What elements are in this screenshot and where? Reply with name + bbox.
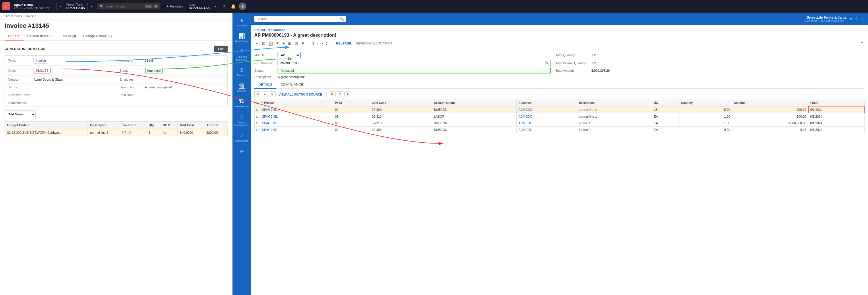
- project-link[interactable]: SPACENE...: [262, 115, 280, 118]
- tab-change-history[interactable]: Change History (1): [80, 32, 115, 41]
- tab-details[interactable]: DETAILS: [254, 81, 276, 89]
- construction-icon: 🏗: [239, 98, 244, 104]
- cell-quantity: 1.00: [679, 120, 732, 127]
- project-tools-value: Direct Costs: [66, 6, 85, 10]
- expand-btn[interactable]: ⊞: [329, 91, 336, 97]
- project-transactions-link[interactable]: Project Transactions: [254, 28, 285, 32]
- right-help-icon[interactable]: ?: [855, 17, 857, 21]
- refresh-btn[interactable]: ↻: [254, 91, 261, 97]
- search-bar[interactable]: 🔍 Cmd K: [97, 3, 160, 9]
- customer-link[interactable]: ACMEDO: [518, 128, 532, 131]
- star-sidebar-icon: ★: [239, 17, 244, 24]
- section-title: GENERAL INFORMATION: [5, 47, 45, 51]
- right-search-bar[interactable]: 🔍: [254, 16, 346, 22]
- right-main: Project Transactions AP PM00000193 - A g…: [251, 25, 868, 295]
- tab-emails[interactable]: Emails (0): [57, 32, 80, 41]
- module-select[interactable]: AP: [278, 52, 301, 58]
- cell-amount: 8.26: [732, 127, 808, 133]
- tab-compliance[interactable]: COMPLIANCE: [276, 81, 307, 89]
- chart-icon: 📊: [239, 33, 245, 39]
- sidebar-item-dataviews[interactable]: 📊 Data Views: [234, 31, 250, 45]
- sidebar-item-compliance[interactable]: ✓ Compliance: [234, 130, 250, 145]
- sidebar-item-projectmgmt[interactable]: 👤 Project Management: [234, 111, 250, 129]
- right-brand: SweetLife Fruits & Jams SweetLife Head O…: [805, 15, 846, 23]
- breadcrumb-parent[interactable]: Direct Costs: [5, 14, 22, 18]
- right-search-input[interactable]: [257, 17, 338, 21]
- back-button[interactable]: ←: [254, 40, 260, 46]
- grid-btn[interactable]: ⊟: [337, 91, 343, 97]
- help-icon-button[interactable]: ?: [220, 3, 227, 10]
- sidebar-item-timeexpenses[interactable]: ⏱ Time and Expenses: [234, 46, 250, 64]
- right-brand-dropdown[interactable]: ▼: [849, 17, 853, 21]
- view-allocation-source-btn[interactable]: VIEW ALLOCATION SOURCE: [277, 92, 324, 97]
- sidebar-item-finance[interactable]: $ Finance: [234, 65, 250, 79]
- bank-icon: 🏦: [239, 83, 245, 89]
- nav-prev-button[interactable]: ⟨: [316, 40, 319, 46]
- add-group-select[interactable]: Add Group: [5, 110, 36, 118]
- paste-button[interactable]: 📋: [268, 40, 274, 46]
- nav-first-button[interactable]: ⟨⟨: [311, 40, 315, 46]
- upload-btn[interactable]: ⬆: [344, 91, 351, 97]
- favorites-button[interactable]: ★ Favorites: [164, 5, 185, 8]
- ref-search-icon[interactable]: 🔍: [545, 61, 549, 65]
- copy-row-button[interactable]: ⊡: [293, 40, 299, 46]
- empty-cell: [116, 99, 228, 107]
- col-cost-code: Cost Code: [370, 100, 432, 106]
- user-avatar[interactable]: E: [239, 3, 246, 10]
- release-button[interactable]: RELEASE: [334, 41, 353, 46]
- sidebar-item-construction[interactable]: 🏗 Construction: [234, 96, 250, 110]
- project-tools-dropdown[interactable]: ▼: [90, 4, 94, 9]
- toolbar-divider-1: [308, 40, 308, 46]
- invoice-content: GENERAL INFORMATION Edit Type: Invoice I…: [0, 41, 232, 295]
- tab-general[interactable]: General: [5, 32, 24, 41]
- cell-checkbox[interactable]: □: [255, 106, 260, 113]
- sidebar-item-minus[interactable]: ⊖: [234, 146, 250, 158]
- paid-date-label: Paid Date:: [120, 93, 143, 97]
- cell-account-group: SUBCON: [432, 127, 517, 133]
- dropdown-button[interactable]: ▼: [300, 40, 306, 46]
- terms-cell: Terms:: [5, 84, 116, 91]
- cell-cost-code: 02-300: [370, 127, 432, 133]
- cell-checkbox[interactable]: □: [255, 120, 260, 127]
- copy-screen-button[interactable]: ⊡: [261, 40, 267, 46]
- tab-related-items[interactable]: Related Items (0): [24, 32, 57, 41]
- module-field-label: Module:: [254, 53, 273, 57]
- cell-checkbox[interactable]: □: [255, 127, 260, 133]
- bell-icon-button[interactable]: 🔔: [229, 3, 237, 10]
- cancel-detail-btn[interactable]: ✕: [269, 91, 276, 97]
- sidebar-item-banking[interactable]: 🏦 Banking: [234, 80, 250, 95]
- project-link[interactable]: SPACENE...: [262, 121, 280, 125]
- nav-last-button[interactable]: ⟩⟩: [325, 40, 330, 46]
- apps-dropdown[interactable]: ▼: [213, 4, 217, 9]
- cell-tax-code: CA 📋: [120, 129, 146, 136]
- project-link[interactable]: SPACENE...: [262, 128, 280, 131]
- customer-link[interactable]: ACMEDO: [518, 121, 532, 125]
- attachments-label: Attachments:: [8, 101, 31, 104]
- right-topbar: 🔍 SweetLife Fruits & Jams SweetLife Head…: [251, 12, 868, 25]
- right-user-icon[interactable]: 👤: [860, 17, 865, 21]
- edit-button[interactable]: Edit: [214, 45, 228, 52]
- add-row-button[interactable]: +: [282, 40, 286, 46]
- add-detail-btn[interactable]: +: [262, 92, 268, 97]
- status-value: Approved: [145, 68, 163, 73]
- brand-dropdown[interactable]: ▼: [59, 4, 63, 9]
- cell-pr-ta: 02: [333, 106, 370, 113]
- date-cell: Date: 06/01/24: [5, 66, 116, 76]
- right-panel: ★ Favorites 📊 Data Views ⏱ Time and Expe…: [232, 12, 868, 295]
- search-input[interactable]: [105, 5, 143, 8]
- project-link[interactable]: SPACENE...: [262, 108, 280, 111]
- undo-button[interactable]: ↶: [275, 40, 280, 46]
- sidebar-item-favorites[interactable]: ★ Favorites: [234, 15, 250, 30]
- home-button[interactable]: ⌂: [2, 2, 10, 10]
- collapse-button[interactable]: ⌃: [859, 40, 865, 46]
- delete-button[interactable]: 🗑: [287, 40, 292, 46]
- top-navigation: ⌂ Agave Demo 121212 - Space Needle Repa.…: [0, 0, 868, 12]
- customer-link[interactable]: ACMEDO: [518, 115, 532, 118]
- customer-link[interactable]: ACMEDO: [518, 108, 532, 111]
- reverse-allocation-button[interactable]: REVERSE ALLOCATION: [354, 41, 394, 46]
- cell-amount: 5,000,000.00: [732, 120, 808, 127]
- cell-customer: ACMEDO: [517, 113, 577, 120]
- cell-checkbox[interactable]: □: [255, 113, 260, 120]
- nav-next-button[interactable]: ⟩: [321, 40, 324, 46]
- col-amount: Amount: [732, 100, 808, 106]
